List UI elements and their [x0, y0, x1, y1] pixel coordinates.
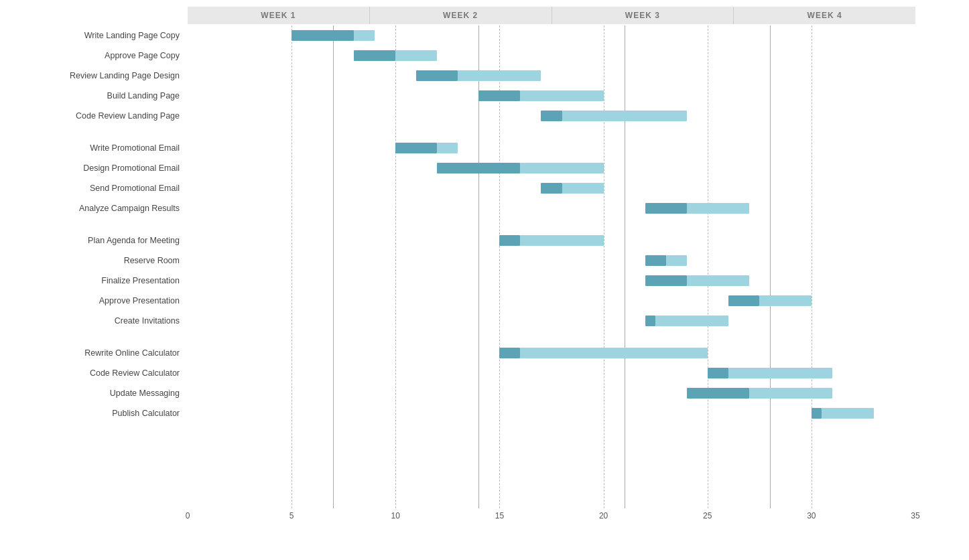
bar-light	[458, 70, 541, 81]
bar-light	[822, 408, 874, 419]
bar-dark	[687, 388, 749, 399]
bar-row	[188, 311, 915, 331]
bar-row	[188, 86, 915, 106]
x-tick: 30	[807, 511, 816, 520]
bar-dark	[499, 235, 520, 246]
bar-dark	[541, 111, 562, 121]
x-tick: 5	[289, 511, 294, 520]
bar-dark	[645, 203, 687, 214]
bar-row	[188, 198, 915, 218]
bar-light	[687, 203, 749, 214]
bar-light	[520, 163, 603, 173]
bar-row	[188, 343, 915, 363]
task-labels: Write Landing Page CopyApprove Page Copy…	[7, 25, 188, 423]
task-label: Rewrite Online Calculator	[7, 343, 188, 363]
bar-dark	[354, 50, 395, 61]
bar-dark	[437, 163, 520, 173]
task-label: Write Landing Page Copy	[7, 25, 188, 46]
chart-area	[188, 25, 915, 508]
bar-light	[749, 388, 832, 399]
bar-dark	[645, 255, 666, 266]
bar-dark	[541, 183, 562, 194]
bar-row	[188, 158, 915, 178]
bar-light	[520, 90, 603, 101]
bar-light	[666, 255, 687, 266]
bar-spacer	[188, 126, 915, 138]
x-tick: 25	[703, 511, 712, 520]
bar-dark	[499, 348, 520, 358]
bar-row	[188, 25, 915, 46]
bar-row	[188, 271, 915, 291]
x-axis: 05101520253035	[188, 508, 915, 525]
bar-dark	[728, 295, 760, 306]
bar-row	[188, 106, 915, 126]
bar-light	[562, 183, 604, 194]
bar-light	[437, 143, 458, 153]
bar-row	[188, 291, 915, 311]
task-label: Send Promotional Email	[7, 178, 188, 198]
week-label-3: WEEK 3	[552, 7, 734, 24]
bar-dark	[645, 316, 656, 326]
bar-light	[687, 275, 749, 286]
bar-spacer	[188, 218, 915, 230]
task-label: Design Promotional Email	[7, 158, 188, 178]
bar-light	[354, 30, 375, 41]
bar-row	[188, 138, 915, 158]
x-tick: 0	[186, 511, 190, 520]
bar-row	[188, 178, 915, 198]
bar-light	[759, 295, 812, 306]
group-spacer	[7, 331, 188, 343]
task-label: Finalize Presentation	[7, 271, 188, 291]
bar-row	[188, 363, 915, 383]
task-label: Create Invitations	[7, 311, 188, 331]
task-label: Code Review Landing Page	[7, 106, 188, 126]
bar-row	[188, 66, 915, 86]
task-label: Reserve Room	[7, 251, 188, 271]
bar-row	[188, 46, 915, 66]
chart-body: Write Landing Page CopyApprove Page Copy…	[7, 25, 956, 508]
bar-light	[520, 235, 603, 246]
bar-row	[188, 403, 915, 423]
week-label-1: WEEK 1	[188, 7, 370, 24]
group-spacer	[7, 126, 188, 138]
x-tick: 15	[495, 511, 504, 520]
task-label: Publish Calculator	[7, 403, 188, 423]
task-label: Approve Presentation	[7, 291, 188, 311]
bar-dark	[478, 90, 520, 101]
bar-light	[728, 368, 832, 378]
bars-container	[188, 25, 915, 508]
bar-light	[520, 348, 707, 358]
bar-light	[395, 50, 437, 61]
bar-row	[188, 383, 915, 403]
task-label: Review Landing Page Design	[7, 66, 188, 86]
chart-container: WEEK 1WEEK 2WEEK 3WEEK 4 Write Landing P…	[0, 0, 969, 560]
week-label-2: WEEK 2	[370, 7, 552, 24]
task-label: Build Landing Page	[7, 86, 188, 106]
bar-dark	[645, 275, 687, 286]
bar-light	[562, 111, 687, 121]
bar-dark	[416, 70, 458, 81]
week-label-4: WEEK 4	[734, 7, 915, 24]
bar-dark	[708, 368, 728, 378]
task-label: Update Messaging	[7, 383, 188, 403]
bar-dark	[812, 408, 822, 419]
bar-light	[655, 316, 728, 326]
bar-row	[188, 230, 915, 251]
group-spacer	[7, 218, 188, 230]
bar-dark	[395, 143, 437, 153]
x-tick: 20	[599, 511, 608, 520]
bar-spacer	[188, 331, 915, 343]
task-label: Plan Agenda for Meeting	[7, 230, 188, 251]
task-label: Write Promotional Email	[7, 138, 188, 158]
task-label: Code Review Calculator	[7, 363, 188, 383]
task-label: Approve Page Copy	[7, 46, 188, 66]
task-label: Analyze Campaign Results	[7, 198, 188, 218]
x-tick: 35	[911, 511, 919, 520]
bar-dark	[292, 30, 354, 41]
x-tick: 10	[391, 511, 400, 520]
bar-row	[188, 251, 915, 271]
